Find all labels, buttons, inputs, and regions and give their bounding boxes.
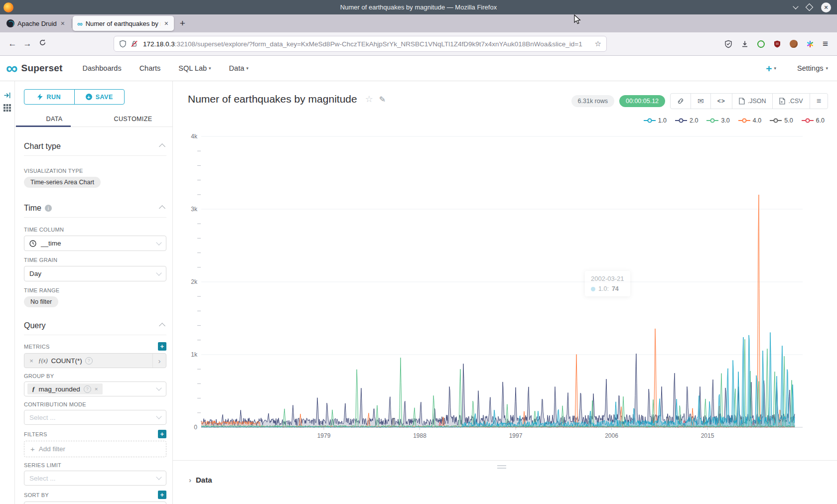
mouse-cursor: [574, 14, 581, 24]
reload-icon[interactable]: [35, 39, 50, 49]
shield-icon[interactable]: [119, 40, 127, 48]
results-pane: › Data: [173, 460, 837, 504]
clock-icon: [29, 240, 36, 247]
add-metric-button[interactable]: +: [158, 342, 166, 351]
nav-dashboards[interactable]: Dashboards: [82, 64, 121, 72]
lock-insecure-icon[interactable]: [131, 40, 138, 48]
viz-type-pill[interactable]: Time-series Area Chart: [24, 177, 101, 188]
url-bar[interactable]: 172.18.0.3:32108/superset/explore/?form_…: [114, 36, 607, 52]
chevron-down-icon: [156, 385, 161, 390]
window-maximize-icon[interactable]: [806, 3, 814, 11]
resize-handle[interactable]: [497, 464, 506, 469]
nav-charts[interactable]: Charts: [140, 64, 161, 72]
svg-text:3k: 3k: [191, 206, 198, 213]
section-time[interactable]: Timei: [24, 204, 166, 213]
chart-menu-button[interactable]: ≡: [810, 94, 828, 109]
remove-chip-icon[interactable]: ×: [95, 386, 98, 392]
caret-down-icon: ▾: [209, 66, 211, 71]
time-range-pill[interactable]: No filter: [24, 296, 58, 307]
caret-down-icon: ▾: [774, 66, 777, 71]
svg-text:2015: 2015: [701, 432, 714, 439]
contribution-mode-select[interactable]: Select ...: [24, 410, 166, 425]
menu-icon: ≡: [817, 97, 821, 106]
chevron-up-icon: [159, 323, 165, 329]
run-button[interactable]: RUN: [24, 90, 75, 104]
edit-title-icon[interactable]: ✎: [379, 95, 386, 104]
metric-pill[interactable]: × ƒ(x) COUNT(*) ? ›: [24, 353, 166, 368]
email-button[interactable]: ✉: [691, 94, 710, 109]
svg-text:2k: 2k: [191, 278, 198, 285]
section-query[interactable]: Query: [24, 321, 166, 330]
dataset-grid-icon[interactable]: [3, 104, 11, 112]
favorite-star-icon[interactable]: ☆: [365, 94, 373, 105]
time-range-label: TIME RANGE: [24, 287, 166, 293]
collapse-panel-icon[interactable]: [3, 92, 11, 99]
downloads-icon[interactable]: [741, 40, 749, 48]
groupby-chip[interactable]: ƒ mag_rounded ? ×: [27, 383, 103, 394]
svg-text:2006: 2006: [605, 432, 618, 439]
tab-close-icon[interactable]: ×: [163, 19, 169, 27]
chart-panel: Numer of earthquakes by magnitude ☆ ✎ 6.…: [173, 81, 837, 504]
add-sort-button[interactable]: +: [158, 491, 166, 499]
add-filter-dropzone[interactable]: + Add filter: [24, 441, 166, 457]
chevron-up-icon: [159, 205, 165, 212]
plus-icon: +: [30, 445, 35, 453]
tab-close-icon[interactable]: ×: [60, 19, 66, 27]
expand-metric-icon[interactable]: ›: [152, 354, 166, 368]
superset-logo[interactable]: ∞ Superset: [6, 63, 62, 74]
save-plus-icon: +: [86, 94, 92, 100]
question-circle-icon: ?: [85, 357, 93, 365]
sort-by-select[interactable]: [24, 502, 166, 504]
forward-icon[interactable]: →: [20, 39, 35, 49]
svg-text:1979: 1979: [317, 432, 331, 439]
function-icon: ƒ: [32, 385, 35, 393]
window-close-icon[interactable]: ×: [821, 2, 831, 12]
svg-text:0: 0: [194, 424, 197, 431]
remove-metric-icon[interactable]: ×: [24, 357, 38, 365]
tab-earthquakes-chart[interactable]: ∞ Numer of earthquakes by m ×: [73, 16, 174, 31]
chevron-down-icon: [156, 474, 161, 480]
extension-pinwheel-icon[interactable]: [806, 40, 814, 48]
export-json-button[interactable]: .JSON: [732, 94, 773, 109]
time-column-label: TIME COLUMN: [24, 227, 166, 233]
data-section-toggle[interactable]: › Data: [189, 476, 212, 484]
url-path: :32108/superset/explore/?form_data_key=K…: [175, 40, 582, 48]
back-icon[interactable]: ←: [5, 39, 20, 49]
lightning-icon: [37, 94, 43, 100]
timeseries-area-chart[interactable]: 01k2k3k4k19791988199720062015: [173, 110, 837, 462]
time-column-select[interactable]: __time: [24, 236, 166, 251]
tab-title: Apache Druid: [17, 20, 57, 27]
settings-menu[interactable]: Settings▾: [797, 64, 828, 72]
svg-text:1k: 1k: [191, 351, 198, 358]
ublock-shield-icon[interactable]: [773, 40, 781, 48]
chevron-down-icon: [156, 270, 161, 275]
explore-control-panel: RUN + SAVE DATA CUSTOMIZE Chart type VIS…: [15, 81, 173, 504]
nav-sql-lab[interactable]: SQL Lab▾: [178, 64, 211, 72]
time-grain-select[interactable]: Day: [24, 266, 166, 281]
extension-cookie-icon[interactable]: [790, 40, 798, 48]
window-minimize-icon[interactable]: [793, 3, 798, 9]
tab-customize[interactable]: CUSTOMIZE: [94, 111, 172, 126]
copy-link-button[interactable]: [671, 94, 691, 109]
chevron-down-icon: [156, 413, 161, 419]
nav-data[interactable]: Data▾: [229, 64, 249, 72]
export-csv-button[interactable]: .CSV: [772, 94, 809, 109]
chevron-up-icon: [159, 143, 165, 150]
groupby-select[interactable]: ƒ mag_rounded ? ×: [24, 381, 166, 396]
tab-apache-druid[interactable]: Apache Druid ×: [2, 16, 70, 31]
tab-data[interactable]: DATA: [15, 111, 94, 126]
embed-code-button[interactable]: <>: [710, 94, 732, 109]
add-filter-button[interactable]: +: [158, 430, 166, 438]
bookmark-star-icon[interactable]: ☆: [595, 39, 601, 48]
save-button[interactable]: + SAVE: [75, 90, 125, 104]
series-limit-select[interactable]: Select ...: [24, 471, 166, 486]
pocket-shield-icon[interactable]: [724, 40, 732, 48]
extension-green-icon[interactable]: [757, 40, 765, 48]
druid-favicon: [6, 19, 14, 27]
section-chart-type[interactable]: Chart type: [24, 142, 166, 151]
browser-toolbar: ← → 172.18.0.3:32108/superset/explore/?f…: [0, 32, 837, 56]
new-tab-button[interactable]: +: [174, 18, 191, 29]
file-x-icon: [779, 98, 785, 105]
new-item-button[interactable]: +▾: [766, 63, 776, 74]
browser-menu-icon[interactable]: ≡: [823, 38, 828, 49]
